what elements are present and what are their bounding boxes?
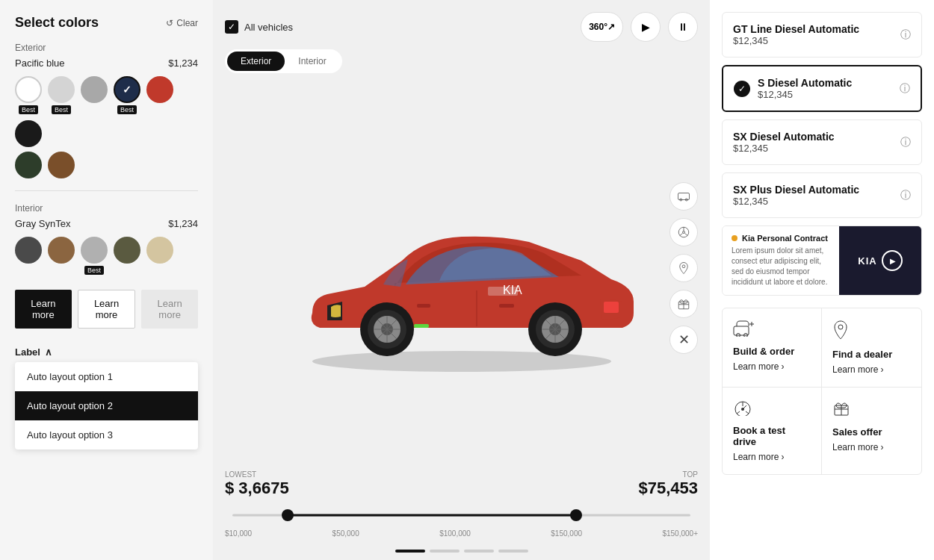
finance-image-area[interactable]: KIA ▶ — [839, 226, 921, 295]
swatch-gray[interactable] — [81, 76, 108, 103]
exterior-color-name: Pacific blue — [15, 57, 64, 69]
swatch-olive[interactable] — [114, 237, 140, 264]
swatch-beige[interactable] — [146, 237, 173, 264]
close-car-button[interactable]: ✕ — [669, 326, 698, 354]
dropdown-item-1[interactable]: Auto layout option 1 — [15, 362, 198, 391]
top-price: Top $75,453 — [638, 470, 698, 498]
best-badge-light-gray: Best — [52, 105, 71, 114]
slider-thumb-right[interactable] — [570, 509, 582, 521]
lowest-label: Lowest — [225, 470, 289, 479]
trim-item-sx[interactable]: SX Diesel Automatic $12,345 ⓘ — [722, 119, 922, 165]
swatch-wrap-beige — [146, 237, 173, 275]
swatch-wrap-light-gray: Best — [48, 76, 75, 114]
finance-desc: Lorem ipsum dolor sit amet, consect etur… — [732, 246, 830, 287]
price-range: Lowest $ 3,6675 Top $75,453 $10,000 $50,… — [225, 463, 698, 550]
finance-banner[interactable]: Kia Personal Contract Lorem ipsum dolor … — [722, 225, 922, 296]
car-view-icon-btn[interactable] — [669, 182, 698, 211]
car-svg: KIA — [267, 149, 656, 388]
close-icon: ✕ — [678, 332, 690, 348]
top-value: $75,453 — [638, 479, 698, 498]
swatch-dark-blue[interactable] — [114, 76, 140, 103]
learn-more-btn-2[interactable]: Learn more — [78, 290, 136, 329]
dropdown-item-3[interactable]: Auto layout option 3 — [15, 420, 198, 449]
best-badge-light-gray-int: Best — [84, 266, 104, 275]
gift-icon-btn[interactable] — [669, 290, 698, 318]
tab-interior[interactable]: Interior — [285, 52, 339, 71]
best-badge-white: Best — [19, 105, 38, 114]
swatch-tan[interactable] — [48, 237, 75, 264]
price-slider[interactable] — [232, 504, 690, 526]
swatch-light-gray-int[interactable] — [81, 237, 108, 264]
interior-color-name: Gray SynTex — [15, 218, 70, 229]
action-test-drive[interactable]: Book a test drive Learn more › — [723, 388, 822, 474]
swatch-white[interactable] — [15, 76, 42, 103]
find-dealer-link[interactable]: Learn more › — [832, 364, 911, 375]
swatch-wrap-olive — [114, 237, 140, 275]
trim-item-sx-plus[interactable]: SX Plus Diesel Automatic $12,345 ⓘ — [722, 172, 922, 218]
info-icon-gt-line[interactable]: ⓘ — [900, 28, 911, 42]
action-sales-offer[interactable]: Sales offer Learn more › — [822, 388, 921, 474]
find-dealer-icon — [832, 320, 911, 344]
action-grid: Build & order Learn more › Find a dealer… — [722, 308, 922, 475]
svg-rect-23 — [417, 304, 430, 308]
dot-1[interactable] — [395, 550, 425, 553]
finance-play-icon: ▶ — [890, 257, 896, 265]
swatch-wrap-dark-green — [15, 152, 42, 178]
center-panel: ✓ All vehicles 360°↗ ▶ ⏸ Exterior Interi… — [213, 0, 710, 560]
clear-button[interactable]: ↺ Clear — [166, 18, 198, 28]
swatch-red[interactable] — [146, 76, 173, 103]
view-controls: 360°↗ ▶ ⏸ — [581, 12, 698, 42]
label-header[interactable]: Label ∧ — [15, 346, 198, 358]
exterior-swatches-row2 — [15, 152, 198, 178]
location-icon-btn[interactable] — [669, 254, 698, 282]
trim-name-gt-line: GT Line Diesel Automatic — [733, 23, 859, 35]
play-icon: ▶ — [642, 21, 650, 33]
price-labels: Lowest $ 3,6675 Top $75,453 — [225, 470, 698, 498]
swatch-charcoal[interactable] — [15, 237, 42, 264]
dot-4[interactable] — [498, 550, 528, 553]
build-order-link-text: Learn more — [733, 361, 779, 372]
select-colors-header: Select colors ↺ Clear — [15, 15, 198, 31]
learn-more-btn-1[interactable]: Learn more — [15, 290, 72, 329]
build-order-link[interactable]: Learn more › — [733, 361, 811, 372]
info-icon-s-diesel[interactable]: ⓘ — [900, 82, 910, 96]
svg-line-30 — [680, 234, 683, 236]
swatch-light-gray[interactable] — [48, 76, 75, 103]
action-find-dealer[interactable]: Find a dealer Learn more › — [822, 308, 921, 388]
dot-2[interactable] — [430, 550, 460, 553]
info-icon-sx-plus[interactable]: ⓘ — [900, 189, 911, 202]
select-colors-title: Select colors — [15, 15, 99, 31]
action-build-order[interactable]: Build & order Learn more › — [723, 308, 822, 388]
trim-item-gt-line[interactable]: GT Line Diesel Automatic $12,345 ⓘ — [722, 12, 922, 57]
learn-more-btn-3[interactable]: Learn more — [141, 290, 198, 329]
test-drive-link[interactable]: Learn more › — [733, 452, 811, 462]
swatch-brown[interactable] — [48, 152, 75, 178]
360-view-button[interactable]: 360°↗ — [581, 12, 623, 42]
finance-play-button[interactable]: ▶ — [882, 250, 903, 271]
slider-thumb-left[interactable] — [282, 509, 294, 521]
pause-icon: ⏸ — [678, 21, 688, 33]
finance-title: Kia Personal Contract — [742, 234, 828, 243]
swatch-black[interactable] — [15, 120, 42, 147]
swatch-dark-green[interactable] — [15, 152, 42, 178]
all-vehicles-checkbox[interactable]: ✓ — [225, 20, 238, 34]
finance-dot — [732, 235, 737, 241]
steering-wheel-icon-btn[interactable] — [669, 218, 698, 246]
lowest-price: Lowest $ 3,6675 — [225, 470, 289, 498]
svg-point-0 — [312, 351, 611, 372]
trim-name-s-diesel: S Diesel Automatic — [758, 77, 900, 89]
dropdown-item-2[interactable]: Auto layout option 2 — [15, 391, 198, 420]
play-button[interactable]: ▶ — [631, 12, 661, 42]
360-icon: 360°↗ — [589, 22, 615, 32]
slider-label-100k: $100,000 — [439, 529, 471, 538]
info-icon-sx[interactable]: ⓘ — [900, 136, 911, 149]
trim-item-s-diesel[interactable]: ✓ S Diesel Automatic $12,345 ⓘ — [722, 65, 922, 112]
pause-button[interactable]: ⏸ — [668, 12, 698, 42]
sales-offer-link[interactable]: Learn more › — [832, 442, 911, 452]
dot-3[interactable] — [464, 550, 494, 553]
tab-exterior[interactable]: Exterior — [227, 52, 285, 71]
best-badge-dark-blue: Best — [117, 105, 137, 114]
all-vehicles-checkbox-area[interactable]: ✓ All vehicles — [225, 20, 293, 34]
section-divider-1 — [15, 190, 198, 191]
car-image: KIA — [267, 149, 656, 388]
